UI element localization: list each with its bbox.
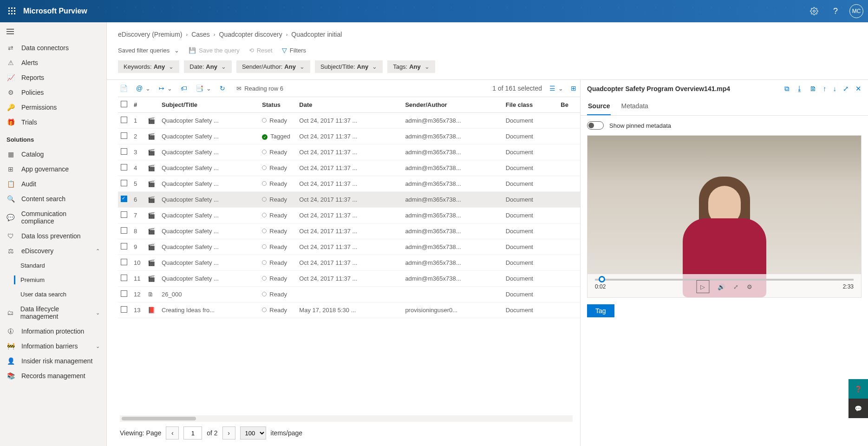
- column-header[interactable]: File class: [503, 97, 558, 113]
- breadcrumb-item[interactable]: Quadcopter discovery: [219, 31, 282, 38]
- sidebar-item-policies[interactable]: ⚙Policies: [0, 85, 106, 100]
- table-row[interactable]: 11 🎬 Quadcopter Safety ... Ready Oct 24,…: [118, 271, 580, 287]
- prev-page-button[interactable]: ‹: [166, 426, 179, 439]
- volume-icon[interactable]: 🔊: [718, 283, 725, 290]
- app-launcher-icon[interactable]: [5, 4, 20, 19]
- row-checkbox[interactable]: [121, 290, 127, 297]
- table-row[interactable]: 7 🎬 Quadcopter Safety ... Ready Oct 24, …: [118, 208, 580, 223]
- next-page-button[interactable]: ›: [222, 426, 235, 439]
- row-checkbox[interactable]: [121, 148, 127, 155]
- help-icon[interactable]: ?: [828, 4, 843, 19]
- row-checkbox[interactable]: [121, 243, 127, 249]
- per-page-select[interactable]: 100: [240, 426, 266, 439]
- table-row[interactable]: 9 🎬 Quadcopter Safety ... Ready Oct 24, …: [118, 239, 580, 255]
- sidebar-item-information-barriers[interactable]: 🚧Information barriers⌄: [0, 339, 106, 354]
- new-item-icon[interactable]: 📄: [120, 85, 128, 92]
- sidebar-item-catalog[interactable]: ▦Catalog: [0, 147, 106, 162]
- settings-icon[interactable]: [807, 4, 822, 19]
- up-arrow-icon[interactable]: ↑: [823, 85, 827, 93]
- row-checkbox[interactable]: [121, 196, 127, 202]
- breadcrumb-item[interactable]: Quadcopter initial: [291, 31, 342, 38]
- list-view-icon[interactable]: ☰: [549, 85, 563, 92]
- sidebar-item-content-search[interactable]: 🔍Content search: [0, 191, 106, 206]
- filter-pill[interactable]: Subject/Title: Any: [315, 60, 383, 73]
- document-icon[interactable]: 🗎: [809, 85, 816, 93]
- column-options-icon[interactable]: ⊞: [571, 85, 576, 92]
- filter-pill[interactable]: Sender/Author: Any: [236, 60, 310, 73]
- sidebar-item-insider-risk-management[interactable]: 👤Insider risk management: [0, 354, 106, 368]
- sidebar-item-app-governance[interactable]: ⊞App governance: [0, 162, 106, 177]
- filter-pill[interactable]: Keywords: Any: [118, 60, 179, 73]
- sidebar-item-user-data-search[interactable]: User data search: [0, 287, 106, 302]
- breadcrumb-item[interactable]: eDiscovery (Premium): [118, 31, 182, 38]
- filter-pill[interactable]: Date: Any: [184, 60, 232, 73]
- horizontal-scrollbar[interactable]: [120, 415, 573, 422]
- row-checkbox[interactable]: [121, 211, 127, 218]
- filters-button[interactable]: ▽ Filters: [282, 46, 306, 54]
- play-button[interactable]: ▷: [696, 280, 709, 293]
- sidebar-item-ediscovery[interactable]: ⚖ eDiscovery ⌃: [0, 243, 106, 258]
- video-settings-icon[interactable]: ⚙: [747, 283, 752, 290]
- select-all-checkbox[interactable]: [121, 101, 127, 107]
- reset-button[interactable]: ⟲ Reset: [249, 47, 273, 54]
- table-row[interactable]: 10 🎬 Quadcopter Safety ... Ready Oct 24,…: [118, 255, 580, 271]
- help-widget-button[interactable]: ❓: [848, 379, 868, 399]
- column-header[interactable]: Be: [558, 97, 580, 113]
- sidebar-item-records-management[interactable]: 📚Records management: [0, 368, 106, 383]
- row-checkbox[interactable]: [121, 259, 127, 265]
- saved-filter-queries-dropdown[interactable]: Saved filter queries: [118, 47, 179, 54]
- row-checkbox[interactable]: [121, 306, 127, 313]
- sidebar-item-data-loss-prevention[interactable]: 🛡Data loss prevention: [0, 229, 106, 243]
- column-header[interactable]: Subject/Title: [159, 97, 259, 113]
- at-icon[interactable]: @: [136, 85, 150, 92]
- fullscreen-icon[interactable]: ⤢: [733, 283, 738, 290]
- tab-source[interactable]: Source: [587, 98, 611, 115]
- sidebar-item-premium[interactable]: Premium: [0, 273, 106, 287]
- row-checkbox[interactable]: [121, 132, 127, 139]
- page-input[interactable]: [183, 426, 202, 439]
- tag-icon[interactable]: 🏷: [181, 85, 187, 92]
- sidebar-item-permissions[interactable]: 🔑Permissions: [0, 100, 106, 115]
- row-checkbox[interactable]: [121, 275, 127, 281]
- close-icon[interactable]: ✕: [855, 85, 861, 93]
- sidebar-item-communication-compliance[interactable]: 💬Communication compliance: [0, 206, 106, 229]
- tag-button[interactable]: Tag: [587, 304, 614, 317]
- row-checkbox[interactable]: [121, 180, 127, 186]
- row-checkbox[interactable]: [121, 117, 127, 123]
- save-query-button[interactable]: 💾 Save the query: [189, 47, 239, 54]
- column-header[interactable]: Sender/Author: [402, 97, 503, 113]
- table-row[interactable]: 1 🎬 Quadcopter Safety ... Ready Oct 24, …: [118, 113, 580, 129]
- breadcrumb-item[interactable]: Cases: [191, 31, 210, 38]
- row-checkbox[interactable]: [121, 164, 127, 171]
- column-header[interactable]: #: [131, 97, 145, 113]
- sidebar-item-standard[interactable]: Standard: [0, 258, 106, 273]
- show-pinned-metadata-toggle[interactable]: [587, 121, 604, 130]
- sidebar-item-reports[interactable]: 📈Reports: [0, 70, 106, 85]
- expand-icon[interactable]: ⤢: [843, 85, 849, 93]
- sidebar-item-audit[interactable]: 📋Audit: [0, 177, 106, 191]
- table-row[interactable]: 3 🎬 Quadcopter Safety ... Ready Oct 24, …: [118, 144, 580, 160]
- sidebar-item-data-connectors[interactable]: ⇄Data connectors: [0, 40, 106, 55]
- sidebar-item-trials[interactable]: 🎁Trials: [0, 115, 106, 130]
- sidebar-item-information-protection[interactable]: 🛈Information protection: [0, 324, 106, 339]
- video-player[interactable]: 0:02 ▷ 🔊 ⤢ ⚙ 2:33: [587, 135, 861, 298]
- user-avatar[interactable]: MC: [849, 4, 863, 18]
- table-row[interactable]: 4 🎬 Quadcopter Safety ... Ready Oct 24, …: [118, 160, 580, 176]
- tab-metadata[interactable]: Metadata: [620, 98, 649, 115]
- filter-pill[interactable]: Tags: Any: [387, 60, 435, 73]
- sidebar-item-alerts[interactable]: ⚠Alerts: [0, 55, 106, 70]
- column-header[interactable]: Status: [259, 97, 296, 113]
- popout-icon[interactable]: ⧉: [784, 85, 790, 93]
- table-row[interactable]: 6 🎬 Quadcopter Safety ... Ready Oct 24, …: [118, 192, 580, 208]
- table-row[interactable]: 2 🎬 Quadcopter Safety ... Tagged Oct 24,…: [118, 129, 580, 144]
- download-icon[interactable]: ⭳: [796, 85, 803, 93]
- row-checkbox[interactable]: [121, 227, 127, 234]
- move-icon[interactable]: ↦: [159, 85, 172, 92]
- table-row[interactable]: 12 🗎 26_000 Ready Document: [118, 287, 580, 302]
- column-header[interactable]: Date: [296, 97, 402, 113]
- column-header[interactable]: [145, 97, 159, 113]
- refresh-icon[interactable]: ↻: [220, 85, 225, 92]
- sidebar-item-data-lifecycle-management[interactable]: 🗂Data lifecycle management⌄: [0, 302, 106, 324]
- hamburger-icon[interactable]: [0, 26, 106, 40]
- new-doc-icon[interactable]: 📑: [196, 85, 211, 92]
